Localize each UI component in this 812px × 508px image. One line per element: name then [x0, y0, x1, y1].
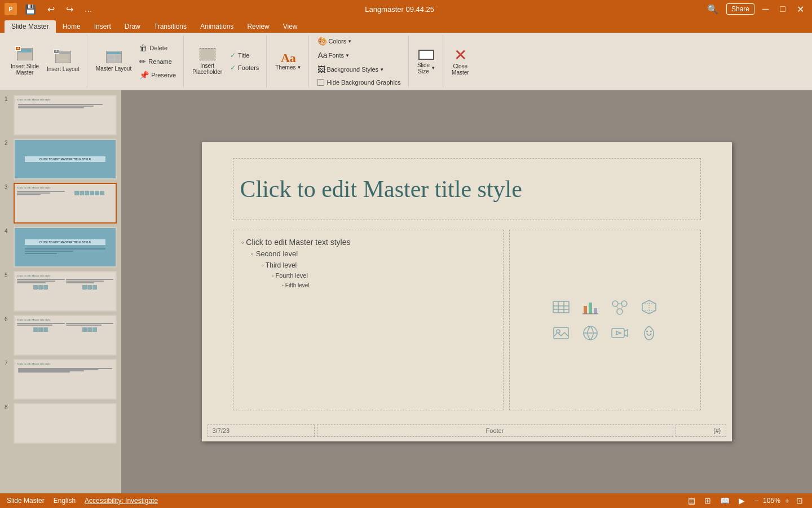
slide-thumb-2[interactable]: CLICK TO EDIT MASTER TITLE STYLE — [14, 139, 117, 179]
thumb-1-lines — [17, 103, 113, 110]
slide-thumb-container-2: 2 CLICK TO EDIT MASTER TITLE STYLE — [5, 139, 117, 179]
zoom-level: 105% — [763, 497, 780, 505]
title-label: Title — [238, 52, 249, 59]
thumb-6-icons-left — [17, 327, 65, 332]
close-master-button[interactable]: ✕ CloseMaster — [449, 46, 472, 77]
content-level3: ◦ Third level — [262, 260, 495, 271]
insert-table-icon[interactable] — [551, 297, 571, 317]
master-layout-button[interactable]: Master Layout — [93, 49, 134, 73]
preserve-label: Preserve — [151, 72, 176, 78]
preserve-button[interactable]: 📌 Preserve — [136, 69, 179, 81]
delete-button[interactable]: 🗑 Delete — [136, 42, 179, 54]
slide-num-5: 5 — [5, 271, 11, 278]
insert-icon-icon[interactable] — [639, 323, 659, 343]
tab-slide-master[interactable]: Slide Master — [5, 20, 56, 33]
share-button[interactable]: Share — [726, 3, 754, 15]
title-check-icon: ✓ — [230, 51, 236, 59]
slide-thumb-container-5: 5 Click to edit Master title style — [5, 271, 117, 312]
ribbon-group-background: 🎨 Colors ▼ Aa Fonts ▼ 🖼 Background Style… — [310, 35, 408, 87]
slide-size-dropdown-row: SlideSize ▼ — [417, 62, 435, 75]
insert-chart-icon[interactable] — [580, 297, 601, 317]
slide-thumb-8[interactable] — [14, 403, 117, 444]
save-button[interactable]: 💾 — [21, 3, 39, 16]
tab-view[interactable]: View — [276, 20, 304, 33]
insert-video-icon[interactable] — [610, 323, 630, 343]
search-button[interactable]: 🔍 — [704, 3, 722, 16]
insert-online-icon[interactable] — [580, 323, 601, 343]
fonts-chevron-icon: ▼ — [345, 53, 350, 58]
thumb-5-col-right — [66, 279, 114, 308]
svg-line-14 — [621, 306, 623, 309]
hide-bg-checkbox[interactable] — [317, 79, 324, 86]
slide-content-left[interactable]: ◦ Click to edit Master text styles ◦ Sec… — [233, 230, 504, 410]
tab-home[interactable]: Home — [56, 20, 87, 33]
tab-draw[interactable]: Draw — [118, 20, 147, 33]
slide-thumb-img-2: CLICK TO EDIT MASTER TITLE STYLE — [15, 140, 116, 178]
zoom-in-button[interactable]: + — [783, 495, 792, 506]
slide-sorter-button[interactable]: ⊞ — [702, 495, 713, 506]
app-title: Langmaster 09.44.25 — [95, 5, 704, 14]
insert-slide-master-button[interactable]: + Insert SlideMaster — [8, 46, 42, 77]
ribbon-group-insert-placeholder: InsertPlaceholder ✓ Title ✓ Footers — [185, 35, 267, 87]
svg-rect-7 — [594, 308, 597, 314]
tab-review[interactable]: Review — [240, 20, 276, 33]
insert-smartart-icon[interactable] — [610, 297, 630, 317]
insert-slide-master-label: Insert SlideMaster — [11, 63, 39, 76]
fonts-button[interactable]: Aa Fonts ▼ — [315, 49, 403, 62]
fonts-label: Fonts — [329, 52, 345, 59]
footers-checkbox-row[interactable]: ✓ Footers — [227, 62, 262, 73]
footer-center-box[interactable]: Footer — [317, 424, 673, 437]
svg-line-13 — [616, 306, 619, 309]
footer-num-box[interactable]: {#} — [676, 424, 726, 437]
insert-placeholder-label: InsertPlaceholder — [192, 63, 222, 75]
content-level5: ◦ Fifth level — [282, 281, 495, 290]
slide-size-button[interactable]: SlideSize ▼ — [414, 47, 438, 76]
language-label[interactable]: English — [54, 497, 76, 505]
maximize-button[interactable]: □ — [776, 3, 789, 15]
content-icons-row-1 — [551, 297, 659, 317]
tab-insert[interactable]: Insert — [87, 20, 118, 33]
slide-title-box[interactable]: Click to edit Master title style — [233, 158, 701, 220]
title-checkbox-row[interactable]: ✓ Title — [227, 50, 262, 61]
slide-thumb-3[interactable]: Click to edit Master title style — [14, 183, 117, 224]
slide-thumb-1[interactable]: Click to edit Master title style — [14, 95, 117, 135]
minimize-button[interactable]: ─ — [759, 3, 772, 15]
slide-panel: 1 Click to edit Master title style 2 — [0, 90, 121, 493]
slide-thumb-container-6: 6 Click to edit Master title style — [5, 315, 117, 356]
footer-date-box[interactable]: 3/7/23 — [208, 424, 315, 437]
insert-layout-button[interactable]: + Insert Layout — [44, 49, 82, 74]
close-window-button[interactable]: ✕ — [793, 3, 807, 16]
colors-button[interactable]: 🎨 Colors ▼ — [315, 35, 403, 47]
undo-button[interactable]: ↩ — [44, 3, 58, 16]
tab-animations[interactable]: Animations — [193, 20, 240, 33]
insert-3d-model-icon[interactable] — [639, 297, 659, 317]
normal-view-button[interactable]: ▤ — [686, 495, 698, 506]
thumb-4-title: CLICK TO EDIT MASTER TITLE STYLE — [25, 239, 105, 245]
hide-background-graphics-row[interactable]: Hide Background Graphics — [315, 77, 403, 87]
slide-thumb-img-5: Click to edit Master title style — [15, 272, 116, 310]
more-button[interactable]: ... — [81, 3, 95, 15]
background-controls: 🎨 Colors ▼ Aa Fonts ▼ 🖼 Background Style… — [315, 35, 403, 87]
slide-thumb-6[interactable]: Click to edit Master title style — [14, 315, 117, 356]
background-styles-button[interactable]: 🖼 Background Styles ▼ — [315, 63, 403, 76]
zoom-out-button[interactable]: − — [752, 495, 761, 506]
ribbon-group-master-layout-content: Master Layout 🗑 Delete ✏ Rename 📌 Preser… — [93, 35, 179, 87]
slide-thumb-4[interactable]: CLICK TO EDIT MASTER TITLE STYLE — [14, 227, 117, 268]
rename-button[interactable]: ✏ Rename — [136, 55, 179, 68]
insert-picture-icon[interactable] — [551, 323, 571, 343]
insert-placeholder-button[interactable]: InsertPlaceholder — [189, 46, 225, 77]
thumb-3-title: Click to edit Master title style — [17, 186, 113, 189]
reading-view-button[interactable]: 📖 — [718, 495, 732, 506]
tab-transitions[interactable]: Transitions — [147, 20, 193, 33]
accessibility-label[interactable]: Accessibility: Investigate — [85, 497, 158, 505]
slide-thumb-img-1: Click to edit Master title style — [15, 96, 116, 134]
slide-content-right[interactable] — [509, 230, 701, 410]
thumb-5-title: Click to edit Master title style — [17, 274, 113, 277]
slide-thumb-7[interactable]: Click to edit Master title style — [14, 359, 117, 400]
master-layout-label: Master Layout — [96, 65, 131, 72]
redo-button[interactable]: ↪ — [63, 3, 77, 16]
slideshow-button[interactable]: ▶ — [736, 495, 747, 506]
slide-thumb-5[interactable]: Click to edit Master title style — [14, 271, 117, 312]
fit-to-window-button[interactable]: ⊡ — [794, 495, 805, 506]
themes-button[interactable]: Aa Themes ▼ — [272, 50, 304, 72]
